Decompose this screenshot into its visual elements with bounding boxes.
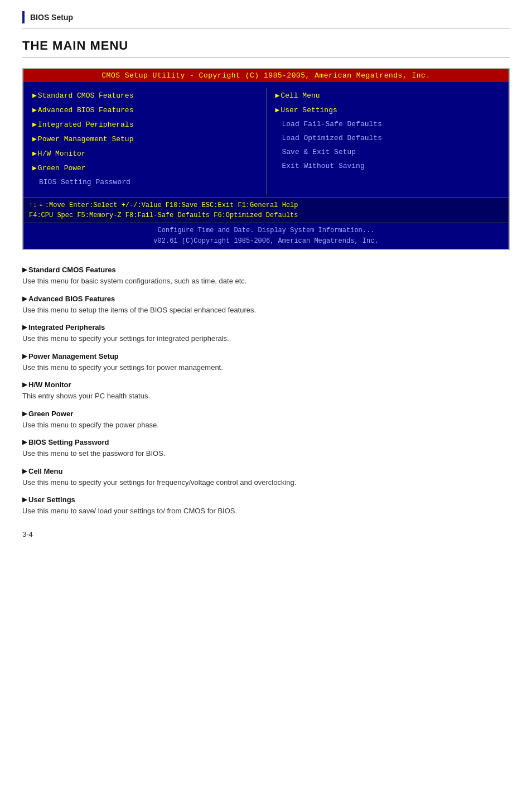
desc-heading: Power Management Setup	[22, 352, 510, 360]
desc-section: User SettingsUse this menu to save/ load…	[22, 495, 510, 517]
section-title: The Main Menu	[22, 38, 510, 58]
desc-heading: Standard CMOS Features	[22, 266, 510, 274]
bios-left-item[interactable]: BIOS Setting Password	[32, 178, 257, 186]
bios-bottom-line1: Configure Time and Date. Display System …	[28, 225, 504, 236]
bios-left-item[interactable]: Advanced BIOS Features	[32, 105, 257, 114]
desc-section: Green PowerUse this menu to specify the …	[22, 410, 510, 431]
desc-section: Integrated PeripheralsUse this menu to s…	[22, 323, 510, 344]
bios-header: CMOS Setup Utility - Copyright (C) 1985-…	[23, 69, 509, 82]
desc-text: Use this menu for basic system configura…	[22, 276, 510, 287]
bios-left-column: Standard CMOS FeaturesAdvanced BIOS Feat…	[23, 88, 267, 195]
bios-right-column: Cell MenuUser SettingsLoad Fail-Safe Def…	[267, 88, 509, 195]
bios-footer-line1: ↑↓→←:Move Enter:Select +/-/:Value F10:Sa…	[29, 200, 503, 210]
bios-left-item[interactable]: Integrated Peripherals	[32, 120, 257, 129]
bios-footer: ↑↓→←:Move Enter:Select +/-/:Value F10:Sa…	[23, 198, 509, 223]
desc-section: Standard CMOS FeaturesUse this menu for …	[22, 266, 510, 287]
page-wrapper: BIOS Setup The Main Menu CMOS Setup Util…	[0, 0, 532, 799]
desc-text: Use this menu to specify your settings f…	[22, 333, 510, 344]
desc-text: Use this menu to save/ load your setting…	[22, 506, 510, 517]
bios-footer-line2: F4:CPU Spec F5:Memory-Z F8:Fail-Safe Def…	[29, 210, 503, 220]
bios-right-item[interactable]: Exit Without Saving	[275, 162, 500, 170]
bios-left-item[interactable]: Standard CMOS Features	[32, 91, 257, 100]
desc-heading: Integrated Peripherals	[22, 323, 510, 331]
desc-text: Use this menu to specify your settings f…	[22, 477, 510, 488]
top-bar: BIOS Setup	[22, 11, 510, 28]
bios-screen: CMOS Setup Utility - Copyright (C) 1985-…	[22, 68, 510, 250]
descriptions-container: Standard CMOS FeaturesUse this menu for …	[22, 266, 510, 517]
desc-text: Use this menu to setup the items of the …	[22, 305, 510, 316]
desc-heading: Cell Menu	[22, 467, 510, 475]
bios-right-item[interactable]: Save & Exit Setup	[275, 148, 500, 156]
desc-section: Power Management SetupUse this menu to s…	[22, 352, 510, 373]
bios-content: Standard CMOS FeaturesAdvanced BIOS Feat…	[23, 82, 509, 198]
bios-bottom-info: Configure Time and Date. Display System …	[23, 223, 509, 249]
desc-text: This entry shows your PC health status.	[22, 391, 510, 402]
desc-section: Cell MenuUse this menu to specify your s…	[22, 467, 510, 488]
page-number: 3-4	[22, 530, 510, 538]
bios-bottom-line2: v02.61 (C)Copyright 1985-2006, American …	[28, 236, 504, 247]
desc-heading: BIOS Setting Password	[22, 438, 510, 446]
desc-heading: Green Power	[22, 410, 510, 418]
desc-text: Use this menu to specify your settings f…	[22, 362, 510, 373]
top-bar-accent	[22, 11, 25, 23]
desc-section: Advanced BIOS FeaturesUse this menu to s…	[22, 295, 510, 316]
bios-right-item[interactable]: Load Fail-Safe Defaults	[275, 120, 500, 128]
bios-left-item[interactable]: Power Management Setup	[32, 134, 257, 143]
desc-text: Use this menu to set the password for BI…	[22, 448, 510, 459]
bios-right-item[interactable]: User Settings	[275, 105, 500, 114]
bios-right-item[interactable]: Cell Menu	[275, 91, 500, 100]
desc-heading: H/W Monitor	[22, 381, 510, 389]
bios-right-item[interactable]: Load Optimized Defaults	[275, 134, 500, 142]
desc-heading: Advanced BIOS Features	[22, 295, 510, 303]
desc-section: BIOS Setting PasswordUse this menu to se…	[22, 438, 510, 459]
top-bar-title: BIOS Setup	[30, 13, 73, 22]
bios-left-item[interactable]: Green Power	[32, 163, 257, 172]
desc-heading: User Settings	[22, 495, 510, 504]
desc-text: Use this menu to specify the power phase…	[22, 420, 510, 431]
desc-section: H/W MonitorThis entry shows your PC heal…	[22, 381, 510, 402]
bios-left-item[interactable]: H/W Monitor	[32, 149, 257, 158]
